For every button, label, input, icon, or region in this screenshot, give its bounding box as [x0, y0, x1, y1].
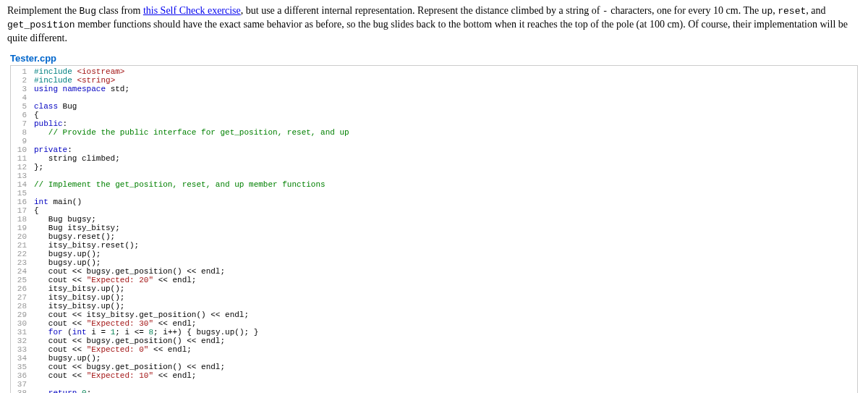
- self-check-link[interactable]: this Self Check exercise: [143, 5, 241, 16]
- code-line[interactable]: 17{: [11, 206, 857, 215]
- code-line[interactable]: 26 itsy_bitsy.up();: [11, 284, 857, 293]
- code-line[interactable]: 18 Bug bugsy;: [11, 215, 857, 224]
- code-line[interactable]: 25 cout << "Expected: 20" << endl;: [11, 276, 857, 284]
- source-filename: Tester.cpp: [10, 53, 861, 64]
- code-line[interactable]: 24 cout << bugsy.get_position() << endl;: [11, 267, 857, 276]
- line-number: 21: [11, 241, 34, 250]
- code-text: {: [34, 111, 857, 119]
- line-number: 31: [11, 328, 34, 337]
- code-line[interactable]: 10private:: [11, 145, 857, 154]
- line-number: 3: [11, 85, 34, 93]
- code-text: itsy_bitsy.up();: [34, 284, 857, 293]
- code-line[interactable]: 15: [11, 189, 857, 198]
- code-line[interactable]: 32 cout << bugsy.get_position() << endl;: [11, 337, 857, 345]
- code-line[interactable]: 9: [11, 137, 857, 145]
- code-line[interactable]: 5class Bug: [11, 102, 857, 111]
- code-line[interactable]: 28 itsy_bitsy.up();: [11, 302, 857, 310]
- code-line[interactable]: 14// Implement the get_position, reset, …: [11, 180, 857, 189]
- code-line[interactable]: 8 // Provide the public interface for ge…: [11, 128, 857, 137]
- line-number: 17: [11, 206, 34, 215]
- code-text: bugsy.up();: [34, 354, 857, 363]
- code-text: public:: [34, 119, 857, 128]
- code-line[interactable]: 22 bugsy.up();: [11, 250, 857, 258]
- line-number: 19: [11, 224, 34, 232]
- line-number: 29: [11, 310, 34, 319]
- code-text: cout << "Expected: 0" << endl;: [34, 345, 857, 354]
- code-line[interactable]: 1#include <iostream>: [11, 67, 857, 76]
- code-line[interactable]: 27 itsy_bitsy.up();: [11, 293, 857, 302]
- line-number: 10: [11, 145, 34, 154]
- line-number: 16: [11, 198, 34, 206]
- line-number: 34: [11, 354, 34, 363]
- line-number: 2: [11, 76, 34, 85]
- code-line[interactable]: 29 cout << itsy_bitsy.get_position() << …: [11, 310, 857, 319]
- line-number: 27: [11, 293, 34, 302]
- code-line[interactable]: 16int main(): [11, 198, 857, 206]
- line-number: 35: [11, 363, 34, 371]
- line-number: 11: [11, 154, 34, 163]
- code-line[interactable]: 13: [11, 172, 857, 180]
- code-text: cout << bugsy.get_position() << endl;: [34, 337, 857, 345]
- code-editor[interactable]: 1#include <iostream>2#include <string>3u…: [10, 65, 858, 393]
- code-line[interactable]: 21 itsy_bitsy.reset();: [11, 241, 857, 250]
- code-line[interactable]: 38 return 0;: [11, 389, 857, 393]
- code-line[interactable]: 34 bugsy.up();: [11, 354, 857, 363]
- line-number: 15: [11, 189, 34, 198]
- line-number: 18: [11, 215, 34, 224]
- line-number: 30: [11, 319, 34, 328]
- code-text: // Provide the public interface for get_…: [34, 128, 857, 137]
- code-line[interactable]: 11 string climbed;: [11, 154, 857, 163]
- code-line[interactable]: 36 cout << "Expected: 10" << endl;: [11, 371, 857, 380]
- code-text: Bug bugsy;: [34, 215, 857, 224]
- code-line[interactable]: 2#include <string>: [11, 76, 857, 85]
- code-line[interactable]: 3using namespace std;: [11, 85, 857, 93]
- line-number: 1: [11, 67, 34, 76]
- code-line[interactable]: 12};: [11, 163, 857, 172]
- code-text: bugsy.up();: [34, 258, 857, 267]
- line-number: 13: [11, 172, 34, 180]
- code-text: class Bug: [34, 102, 857, 111]
- instr-text: characters, one for every 10 cm. The: [608, 5, 762, 16]
- code-line[interactable]: 30 cout << "Expected: 30" << endl;: [11, 319, 857, 328]
- line-number: 25: [11, 276, 34, 284]
- line-number: 26: [11, 284, 34, 293]
- code-line[interactable]: 35 cout << bugsy.get_position() << endl;: [11, 363, 857, 371]
- line-number: 33: [11, 345, 34, 354]
- code-text: cout << "Expected: 10" << endl;: [34, 371, 857, 380]
- code-line[interactable]: 33 cout << "Expected: 0" << endl;: [11, 345, 857, 354]
- code-line[interactable]: 20 bugsy.reset();: [11, 232, 857, 241]
- instr-text: member functions should have the exact s…: [7, 19, 848, 43]
- code-text: itsy_bitsy.reset();: [34, 241, 857, 250]
- code-line[interactable]: 7public:: [11, 119, 857, 128]
- code-text: #include <iostream>: [34, 67, 857, 76]
- line-number: 7: [11, 119, 34, 128]
- instructions-paragraph: Reimplement the Bug class from this Self…: [7, 4, 861, 46]
- code-text: string climbed;: [34, 154, 857, 163]
- line-number: 4: [11, 93, 34, 102]
- line-number: 37: [11, 380, 34, 389]
- code-text: int main(): [34, 198, 857, 206]
- line-number: 36: [11, 371, 34, 380]
- code-text: {: [34, 206, 857, 215]
- fn-up: up: [762, 6, 773, 17]
- code-line[interactable]: 37: [11, 380, 857, 389]
- code-line[interactable]: 31 for (int i = 1; i <= 8; i++) { bugsy.…: [11, 328, 857, 337]
- code-text: Bug itsy_bitsy;: [34, 224, 857, 232]
- bug-class-name: Bug: [80, 6, 96, 17]
- line-number: 24: [11, 267, 34, 276]
- code-text: #include <string>: [34, 76, 857, 85]
- code-text: itsy_bitsy.up();: [34, 302, 857, 310]
- line-number: 32: [11, 337, 34, 345]
- code-text: };: [34, 163, 857, 172]
- code-line[interactable]: 6{: [11, 111, 857, 119]
- code-line[interactable]: 4: [11, 93, 857, 102]
- code-line[interactable]: 23 bugsy.up();: [11, 258, 857, 267]
- code-text: for (int i = 1; i <= 8; i++) { bugsy.up(…: [34, 328, 857, 337]
- line-number: 14: [11, 180, 34, 189]
- line-number: 20: [11, 232, 34, 241]
- code-text: cout << bugsy.get_position() << endl;: [34, 267, 857, 276]
- code-line[interactable]: 19 Bug itsy_bitsy;: [11, 224, 857, 232]
- code-text: cout << itsy_bitsy.get_position() << end…: [34, 310, 857, 319]
- line-number: 38: [11, 389, 34, 393]
- code-text: using namespace std;: [34, 85, 857, 93]
